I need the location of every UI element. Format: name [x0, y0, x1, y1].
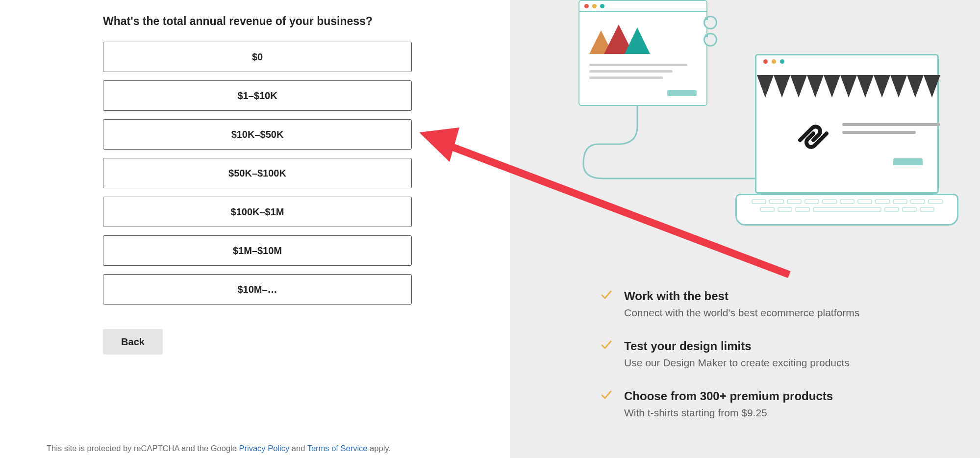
footer-text: and [289, 444, 307, 453]
mountains-icon [589, 25, 650, 54]
laptop-illustration [735, 54, 958, 226]
revenue-option[interactable]: $1M–$10M [103, 235, 412, 266]
form-panel: What's the total annual revenue of your … [0, 0, 510, 458]
feature-desc: Use our Design Maker to create exciting … [624, 357, 850, 369]
feature-title: Test your design limits [624, 339, 850, 353]
tos-link[interactable]: Terms of Service [307, 444, 368, 453]
revenue-option[interactable]: $100K–$1M [103, 197, 412, 227]
button-illustration [893, 158, 923, 165]
check-icon [601, 389, 612, 401]
window-dot-teal-icon [600, 4, 604, 8]
window-dot-red-icon [763, 59, 768, 64]
window-dot-teal-icon [780, 59, 784, 64]
keyboard-illustration [735, 194, 958, 226]
feature-item: Work with the best Connect with the worl… [601, 289, 960, 319]
privacy-link[interactable]: Privacy Policy [239, 444, 290, 453]
footer-text: This site is protected by reCAPTCHA and … [47, 444, 239, 453]
browser-window-illustration [578, 0, 707, 106]
awning-illustration [757, 75, 942, 98]
revenue-option[interactable]: $10K–$50K [103, 119, 412, 150]
laptop-titlebar [756, 55, 937, 67]
window-titlebar [579, 1, 706, 12]
revenue-options: $0 $1–$10K $10K–$50K $50K–$100K $100K–$1… [103, 42, 412, 305]
squarespace-logo-icon [796, 119, 831, 154]
feature-item: Choose from 300+ premium products With t… [601, 389, 960, 419]
window-dot-yellow-icon [772, 59, 776, 64]
revenue-option[interactable]: $1–$10K [103, 80, 412, 111]
text-lines-illustration [589, 64, 687, 79]
check-icon [601, 289, 612, 301]
window-dot-yellow-icon [592, 4, 597, 8]
form-heading: What's the total annual revenue of your … [103, 15, 510, 28]
back-button[interactable]: Back [103, 329, 163, 355]
illustration-panel: Work with the best Connect with the worl… [510, 0, 980, 458]
feature-title: Choose from 300+ premium products [624, 389, 833, 403]
revenue-option[interactable]: $0 [103, 42, 412, 72]
features-list: Work with the best Connect with the worl… [601, 289, 960, 419]
feature-desc: With t-shirts starting from $9.25 [624, 407, 833, 419]
feature-title: Work with the best [624, 289, 859, 303]
feature-item: Test your design limits Use our Design M… [601, 339, 960, 369]
footer-text: apply. [368, 444, 391, 453]
text-lines-illustration [842, 123, 940, 134]
button-illustration [667, 90, 697, 96]
window-dot-red-icon [584, 4, 589, 8]
feature-desc: Connect with the world's best ecommerce … [624, 307, 859, 319]
revenue-option[interactable]: $50K–$100K [103, 158, 412, 188]
recaptcha-footer: This site is protected by reCAPTCHA and … [47, 444, 391, 453]
revenue-option[interactable]: $10M–… [103, 274, 412, 305]
check-icon [601, 339, 612, 351]
